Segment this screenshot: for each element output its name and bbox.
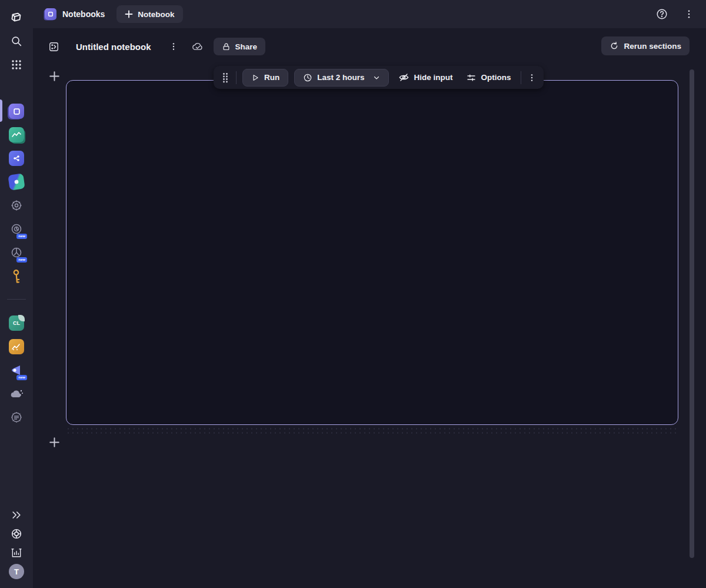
search-icon[interactable] (8, 33, 25, 49)
sidebar-item-app-new-3[interactable]: new (8, 362, 25, 378)
rerun-sections-button[interactable]: Rerun sections (601, 36, 690, 55)
active-app-indicator (0, 99, 2, 122)
sidebar-item-clouds-app[interactable] (8, 174, 25, 190)
sync-status-icon (191, 41, 204, 52)
clock-icon (303, 73, 312, 82)
chevron-down-icon (373, 74, 380, 81)
play-icon (251, 74, 259, 82)
sidebar-item-infrastructure[interactable] (8, 409, 25, 426)
top-bar: Notebooks Notebook (33, 0, 706, 28)
app-sidebar: new new CL new (0, 0, 33, 588)
new-badge: new (16, 375, 27, 380)
sidebar-item-access-key[interactable] (8, 268, 25, 284)
timeframe-selector[interactable]: Last 2 hours (294, 69, 388, 87)
sidebar-item-analytics-app[interactable] (8, 338, 25, 355)
sidebar-item-settings[interactable] (8, 197, 25, 214)
new-notebook-label: Notebook (138, 10, 174, 19)
new-notebook-button[interactable]: Notebook (116, 5, 182, 23)
hide-input-label: Hide input (414, 73, 453, 82)
vertical-scrollbar[interactable] (690, 69, 694, 558)
section-menu-icon[interactable] (527, 73, 537, 82)
usage-chart-icon[interactable] (8, 544, 25, 561)
help-lifebuoy-icon[interactable] (8, 526, 25, 542)
hide-input-button[interactable]: Hide input (395, 69, 457, 87)
dynatrace-logo-icon[interactable] (8, 8, 25, 25)
sections-panel-icon[interactable] (48, 41, 59, 52)
notebooks-app-icon (45, 8, 56, 20)
options-label: Options (481, 73, 511, 82)
refresh-icon (610, 41, 619, 51)
plus-icon (125, 10, 133, 18)
help-icon[interactable] (655, 8, 668, 21)
new-badge: new (16, 257, 27, 263)
apps-grid-icon[interactable] (8, 57, 25, 73)
timeframe-label: Last 2 hours (317, 73, 364, 82)
add-section-below-button[interactable] (48, 436, 60, 448)
drop-zone-strip (66, 427, 678, 435)
notebook-menu-icon[interactable] (169, 42, 178, 51)
sidebar-item-clouds[interactable] (8, 386, 25, 402)
run-button[interactable]: Run (242, 69, 288, 87)
notebook-section-card (66, 80, 678, 425)
notebook-title[interactable]: Untitled notebook (76, 42, 151, 52)
toolbar-divider (521, 71, 521, 84)
notebook-header: Untitled notebook Share Rerun sections (48, 36, 690, 57)
new-badge: new (16, 234, 27, 239)
cl-label: CL (13, 320, 20, 326)
sidebar-item-workflows[interactable] (8, 150, 25, 167)
rerun-sections-label: Rerun sections (624, 42, 681, 51)
options-button[interactable]: Options (462, 69, 515, 87)
app-title: Notebooks (62, 9, 105, 19)
run-label: Run (264, 73, 279, 82)
lock-icon (222, 42, 231, 51)
sliders-icon (466, 72, 477, 83)
avatar-initial: T (14, 567, 19, 576)
eye-off-icon (398, 72, 409, 83)
section-toolbar: Run Last 2 hours Hide input Options (214, 66, 544, 89)
user-avatar[interactable]: T (8, 563, 25, 580)
sidebar-item-dashboards[interactable] (8, 127, 25, 143)
sidebar-item-cl-app[interactable]: CL (8, 315, 25, 331)
more-menu-icon[interactable] (684, 9, 694, 19)
add-section-above-button[interactable] (48, 70, 60, 82)
sidebar-item-app-new-1[interactable]: new (8, 221, 25, 237)
drag-handle-icon[interactable] (221, 72, 230, 83)
sidebar-item-notebooks[interactable] (8, 103, 25, 119)
share-label: Share (235, 42, 258, 51)
toolbar-divider (236, 71, 237, 84)
sidebar-expand-icon[interactable] (8, 507, 25, 523)
sidebar-divider (7, 299, 26, 300)
share-button[interactable]: Share (214, 38, 266, 55)
sidebar-item-app-new-2[interactable]: new (8, 244, 25, 261)
